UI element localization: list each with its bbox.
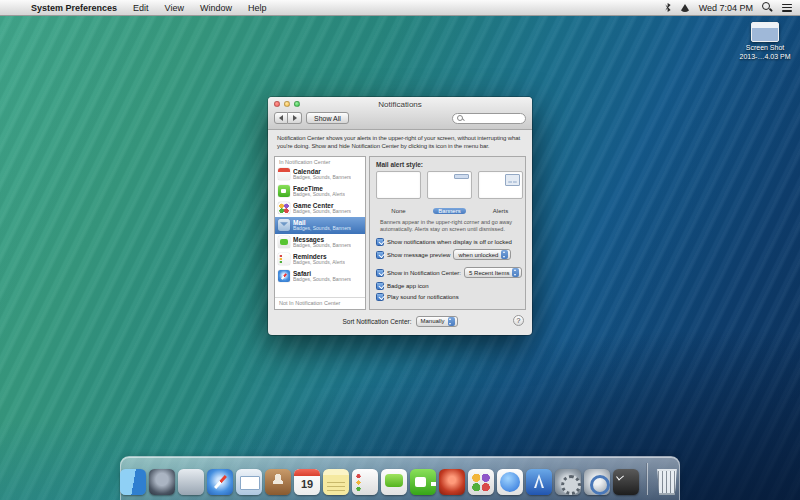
window-titlebar[interactable]: Notifications [268,97,532,111]
app-row-calendar[interactable]: CalendarBadges, Sounds, Banners [275,166,365,183]
menu-bar-clock[interactable]: Wed 7:04 PM [699,3,753,13]
alert-style-alerts-label: Alerts [488,208,513,214]
trash-dock-icon[interactable] [654,469,680,495]
mail-dock-icon[interactable] [236,469,262,495]
app-store-dock-icon[interactable] [526,469,552,495]
alert-style-alerts[interactable]: Alerts [478,171,523,217]
popup-value: 5 Recent Items [469,270,509,276]
toolbar-search-field[interactable] [452,113,526,124]
reminders-dock-icon[interactable] [352,469,378,495]
safari-app-icon [278,270,290,282]
mission-control-dock-icon[interactable] [178,469,204,495]
checkbox-message-preview[interactable] [376,251,384,259]
menu-app-name[interactable]: System Preferences [24,0,124,16]
menu-edit[interactable]: Edit [126,0,156,16]
recent-items-popup[interactable]: 5 Recent Items [464,267,522,278]
alert-style-none[interactable]: None [376,171,421,217]
bluetooth-icon[interactable] [665,3,671,12]
close-button[interactable] [274,101,280,107]
photo-booth-dock-icon[interactable] [439,469,465,495]
alert-style-none-label: None [386,208,410,214]
quicktime-dock-icon[interactable] [584,469,610,495]
help-button[interactable]: ? [513,315,524,326]
app-row-mail[interactable]: MailBadges, Sounds, Banners [275,217,365,234]
terminal-dock-icon[interactable] [613,469,639,495]
safari-dock-icon[interactable] [207,469,233,495]
app-row-reminders[interactable]: RemindersBadges, Sounds, Alerts [275,251,365,268]
calendar-app-icon [278,168,290,180]
system-preferences-window: Notifications Show All Notification Cent… [268,97,532,335]
dock-items: 19 [121,457,679,500]
screenshot-label-line2: 2013-…4.03 PM [736,53,794,62]
facetime-dock-icon[interactable] [410,469,436,495]
calendar-dock-icon[interactable]: 19 [294,469,320,495]
notes-dock-icon[interactable] [323,469,349,495]
game-center-dock-icon[interactable] [468,469,494,495]
popup-arrows-icon [512,268,519,277]
alert-style-alerts-preview[interactable] [478,171,523,199]
app-detail: Badges, Sounds, Banners [293,243,351,249]
window-footer: Sort Notification Center: Manually ? [268,310,532,335]
contacts-dock-icon[interactable] [265,469,291,495]
zoom-button[interactable] [294,101,300,107]
back-arrow-icon [279,115,283,121]
wifi-icon[interactable] [680,4,690,12]
checkbox-row-show-in-nc[interactable]: Show in Notification Center: 5 Recent It… [376,267,519,278]
menu-view[interactable]: View [158,0,191,16]
checkbox-row-display-off[interactable]: Show notifications when display is off o… [376,238,519,246]
app-row-safari[interactable]: SafariBadges, Sounds, Banners [275,268,365,285]
menu-bar: System Preferences Edit View Window Help… [0,0,800,16]
spotlight-icon[interactable] [762,2,773,13]
section-header-in: In Notification Center [275,157,365,166]
mail-settings-pane: Mail alert style: None Banners Alerts Ba… [369,156,526,310]
alert-style-banners[interactable]: Banners [427,171,472,217]
message-preview-popup[interactable]: when unlocked [453,249,511,260]
apple-menu[interactable] [8,2,22,14]
forward-button[interactable] [288,112,302,124]
system-preferences-dock-icon[interactable] [555,469,581,495]
app-detail: Badges, Sounds, Alerts [293,192,345,198]
app-row-messages[interactable]: MessagesBadges, Sounds, Banners [275,234,365,251]
app-row-game-center[interactable]: Game CenterBadges, Sounds, Banners [275,200,365,217]
app-detail: Badges, Sounds, Banners [293,226,351,232]
search-input[interactable] [466,115,521,121]
popup-value: Manually [421,318,445,324]
checkbox-row-sound[interactable]: Play sound for notifications [376,293,519,301]
forward-arrow-icon [293,115,297,121]
show-all-button[interactable]: Show All [306,112,349,124]
checkbox-row-message-preview[interactable]: Show message preview when unlocked [376,249,519,260]
sort-popup[interactable]: Manually [416,316,458,327]
alert-style-note: Banners appear in the upper-right corner… [380,219,526,234]
checkbox-label: Play sound for notifications [387,294,459,300]
launchpad-dock-icon[interactable] [149,469,175,495]
back-button[interactable] [274,112,288,124]
banner-preview-graphic [454,174,469,179]
checkbox-show-in-nc[interactable] [376,269,384,277]
mail-app-icon [278,219,290,231]
alert-style-banners-preview[interactable] [427,171,472,199]
app-detail: Badges, Sounds, Banners [293,175,351,181]
checkbox-label: Show in Notification Center: [387,270,461,276]
search-icon [457,115,464,122]
finder-dock-icon[interactable] [120,469,146,495]
menu-window[interactable]: Window [193,0,239,16]
checkbox-sound[interactable] [376,293,384,301]
messages-dock-icon[interactable] [381,469,407,495]
section-header-not-in: Not In Notification Center [275,297,365,309]
menu-help[interactable]: Help [241,0,274,16]
itunes-dock-icon[interactable] [497,469,523,495]
notification-center-icon[interactable] [782,4,792,12]
checkbox-label: Badge app icon [387,283,429,289]
desktop-file-screenshot[interactable]: Screen Shot 2013-…4.03 PM [736,22,794,62]
app-detail: Badges, Sounds, Alerts [293,260,345,266]
app-detail: Badges, Sounds, Banners [293,277,351,283]
reminders-app-icon [278,253,290,265]
checkbox-badge[interactable] [376,282,384,290]
alert-style-none-preview[interactable] [376,171,421,199]
checkbox-row-badge[interactable]: Badge app icon [376,282,519,290]
minimize-button[interactable] [284,101,290,107]
checkbox-display-off[interactable] [376,238,384,246]
facetime-app-icon [278,185,290,197]
alert-style-banners-label: Banners [433,208,465,214]
app-row-facetime[interactable]: FaceTimeBadges, Sounds, Alerts [275,183,365,200]
